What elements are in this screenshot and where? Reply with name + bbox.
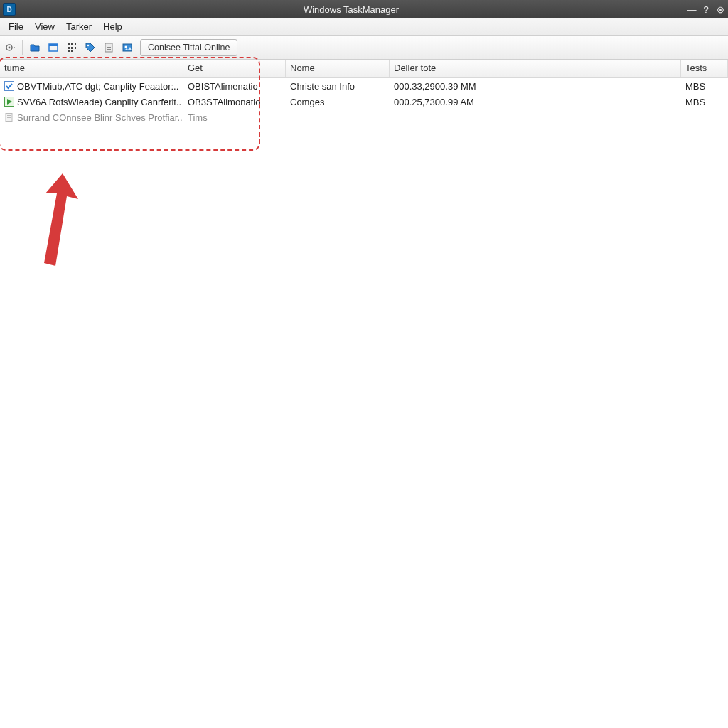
menu-tracker[interactable]: Tarker: [60, 20, 97, 33]
toolbar-separator: [22, 40, 23, 55]
cell-tests: MBS: [681, 97, 728, 107]
rows-container: OBVTMiub,ATC dgt; Canplity Feaator:.. OB…: [0, 78, 728, 125]
cell-nome: Christe san Info: [286, 81, 390, 92]
close-button[interactable]: ⊗: [715, 4, 725, 14]
minimize-button[interactable]: —: [687, 4, 697, 14]
window-controls: — ? ⊗: [687, 4, 725, 14]
svg-rect-6: [75, 43, 76, 46]
page-icon[interactable]: [100, 39, 117, 56]
cell-get: Tims: [183, 112, 286, 123]
menu-view[interactable]: View: [29, 20, 60, 33]
svg-point-12: [87, 44, 89, 46]
svg-rect-8: [71, 47, 73, 49]
svg-rect-7: [68, 47, 70, 49]
cell-deller: 000.25,7300.99 AM: [390, 97, 681, 107]
help-button[interactable]: ?: [701, 4, 711, 14]
cell-tests: MBS: [681, 81, 728, 92]
col-header-tests[interactable]: Tests: [681, 60, 728, 77]
svg-rect-5: [71, 43, 73, 46]
toolbar-tab-label[interactable]: Conisee Tittal Online: [140, 39, 237, 56]
cell-nome: Comges: [286, 97, 390, 107]
window-icon[interactable]: [45, 39, 62, 56]
document-icon: [4, 112, 14, 122]
col-header-deller[interactable]: Deller tote: [390, 60, 681, 77]
gear-dropdown-icon[interactable]: [1, 39, 18, 56]
col-header-nome[interactable]: Nome: [286, 60, 390, 77]
col-header-get[interactable]: Get: [183, 60, 286, 77]
svg-rect-24: [7, 115, 11, 116]
svg-rect-11: [71, 50, 73, 52]
svg-rect-10: [68, 50, 70, 52]
toolbar: Conisee Tittal Online: [0, 36, 728, 60]
cell-tume: SVV6A RofsWieade) Canplity Canrferit..: [17, 97, 181, 107]
svg-rect-9: [75, 47, 76, 49]
col-header-tume[interactable]: tume: [0, 60, 183, 77]
svg-rect-25: [7, 117, 11, 118]
check-icon: [4, 81, 14, 91]
svg-point-1: [9, 46, 11, 48]
svg-rect-4: [68, 43, 70, 46]
svg-rect-16: [107, 49, 111, 50]
svg-rect-14: [107, 45, 111, 46]
table-row[interactable]: OBVTMiub,ATC dgt; Canplity Feaator:.. OB…: [0, 78, 728, 94]
cell-deller: 000.33,2900.39 MM: [390, 81, 681, 92]
menu-help[interactable]: Help: [97, 20, 128, 33]
cell-tume: OBVTMiub,ATC dgt; Canplity Feaator:..: [17, 81, 178, 92]
app-icon: D: [3, 3, 16, 16]
menu-file[interactable]: File: [3, 20, 29, 33]
content-area: tume Get Nome Deller tote Tests OBVTMiub…: [0, 60, 728, 125]
picture-icon[interactable]: [119, 39, 136, 56]
svg-rect-3: [49, 44, 58, 46]
open-folder-icon[interactable]: [26, 39, 43, 56]
column-headers: tume Get Nome Deller tote Tests: [0, 60, 728, 78]
cell-tume: Surrand COnnsee Blinr Schves Protfiar..: [17, 112, 183, 123]
svg-marker-19: [44, 173, 78, 266]
play-icon: [4, 97, 14, 107]
tag-icon[interactable]: [82, 39, 99, 56]
grid-icon[interactable]: [63, 39, 80, 56]
cell-get: OB3STAlimonatio: [183, 97, 286, 107]
window-title: Windows TaskManager: [16, 4, 687, 15]
cell-get: OBISTAlimenatio: [183, 81, 286, 92]
annotation-arrow-icon: [27, 173, 91, 273]
table-row[interactable]: SVV6A RofsWieade) Canplity Canrferit.. O…: [0, 94, 728, 109]
svg-point-18: [125, 46, 127, 48]
menubar: File View Tarker Help: [0, 18, 728, 36]
svg-rect-15: [107, 47, 111, 48]
titlebar: D Windows TaskManager — ? ⊗: [0, 0, 728, 18]
table-row[interactable]: Surrand COnnsee Blinr Schves Protfiar.. …: [0, 109, 728, 125]
